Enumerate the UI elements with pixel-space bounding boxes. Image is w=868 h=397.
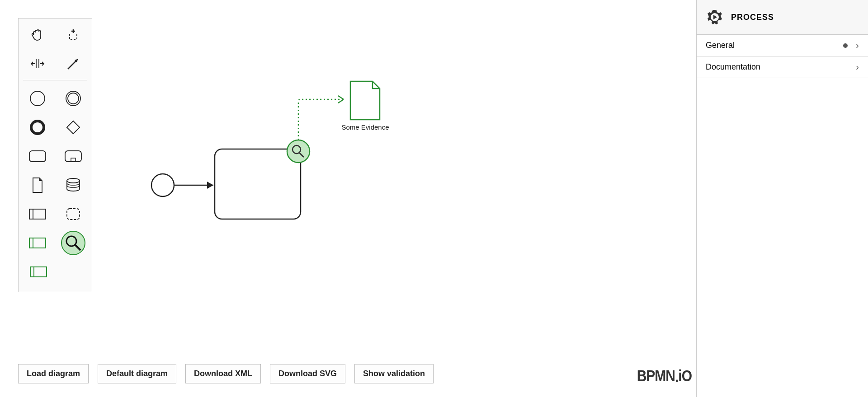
chevron-right-icon: › [856, 62, 859, 72]
svg-rect-7 [71, 158, 75, 162]
start-event-node[interactable] [151, 174, 174, 196]
data-object-label[interactable]: Some Evidence [334, 123, 397, 131]
create-task[interactable] [25, 144, 50, 169]
svg-rect-11 [67, 209, 80, 220]
bpmn-io-logo[interactable]: BPMN.iO [637, 367, 692, 384]
space-tool[interactable] [25, 51, 50, 76]
boundary-evidence-event[interactable] [287, 140, 310, 163]
evidence-association[interactable] [298, 99, 344, 140]
task-node[interactable] [215, 149, 301, 219]
create-participant[interactable] [25, 201, 50, 227]
evidence-data-object[interactable] [350, 81, 380, 120]
double-circle-icon [64, 89, 82, 107]
create-gateway[interactable] [61, 115, 86, 140]
section-documentation[interactable]: Documentation › [697, 56, 868, 78]
document-icon [29, 176, 46, 194]
tool-palette [18, 18, 92, 292]
svg-rect-5 [29, 151, 46, 162]
task-icon [28, 148, 47, 164]
svg-rect-6 [65, 151, 81, 162]
svg-point-19 [287, 140, 310, 163]
diagram-canvas[interactable]: Some Evidence [99, 0, 696, 352]
svg-point-3 [31, 121, 44, 134]
default-diagram-button[interactable]: Default diagram [98, 364, 176, 383]
svg-rect-12 [29, 238, 46, 248]
create-data-store[interactable] [61, 173, 86, 198]
show-validation-button[interactable]: Show validation [354, 364, 434, 383]
magnify-green-icon [61, 230, 86, 256]
group-icon [64, 206, 82, 222]
download-svg-button[interactable]: Download SVG [270, 364, 345, 383]
action-bar: Load diagram Default diagram Download XM… [18, 364, 434, 383]
section-general[interactable]: General › [697, 35, 868, 56]
lasso-icon [65, 27, 81, 43]
connect-icon [65, 56, 81, 72]
svg-rect-9 [29, 209, 46, 219]
hand-tool[interactable] [25, 22, 50, 47]
create-intermediate-event[interactable] [25, 115, 50, 140]
create-data-object[interactable] [25, 173, 50, 198]
diagram-svg [99, 0, 506, 271]
space-icon [29, 56, 46, 72]
create-subprocess[interactable] [61, 144, 86, 169]
pool-icon [28, 206, 47, 222]
green-pool2-icon [28, 264, 48, 280]
thick-circle-icon [28, 118, 47, 136]
properties-header: PROCESS [697, 0, 868, 35]
create-end-event[interactable] [61, 86, 86, 111]
svg-point-0 [30, 91, 45, 106]
palette-separator [23, 80, 87, 80]
svg-rect-17 [30, 267, 47, 277]
svg-rect-4 [66, 121, 79, 134]
section-indicator-icon [843, 43, 848, 48]
create-group[interactable] [61, 201, 86, 227]
circle-icon [28, 89, 47, 107]
global-connect-tool[interactable] [61, 51, 86, 76]
create-evidence-task[interactable] [26, 259, 51, 285]
subprocess-icon [63, 148, 83, 164]
download-xml-button[interactable]: Download XML [185, 364, 261, 383]
properties-panel: PROCESS General › Documentation › [696, 0, 868, 397]
section-documentation-label: Documentation [706, 62, 760, 72]
hand-icon [29, 27, 46, 43]
svg-point-14 [61, 231, 85, 255]
section-general-label: General [706, 41, 735, 50]
diamond-icon [64, 118, 82, 136]
chevron-right-icon: › [856, 40, 859, 51]
svg-point-2 [68, 93, 79, 104]
create-start-event[interactable] [25, 86, 50, 111]
create-evidence-context[interactable] [25, 230, 50, 256]
process-gear-icon [706, 8, 724, 26]
svg-point-8 [67, 178, 80, 183]
lasso-tool[interactable] [61, 22, 86, 47]
green-pool-icon [28, 235, 47, 251]
load-diagram-button[interactable]: Load diagram [18, 364, 89, 383]
properties-title: PROCESS [731, 13, 774, 22]
create-evidence-source[interactable] [61, 230, 86, 256]
datastore-icon [64, 176, 82, 194]
